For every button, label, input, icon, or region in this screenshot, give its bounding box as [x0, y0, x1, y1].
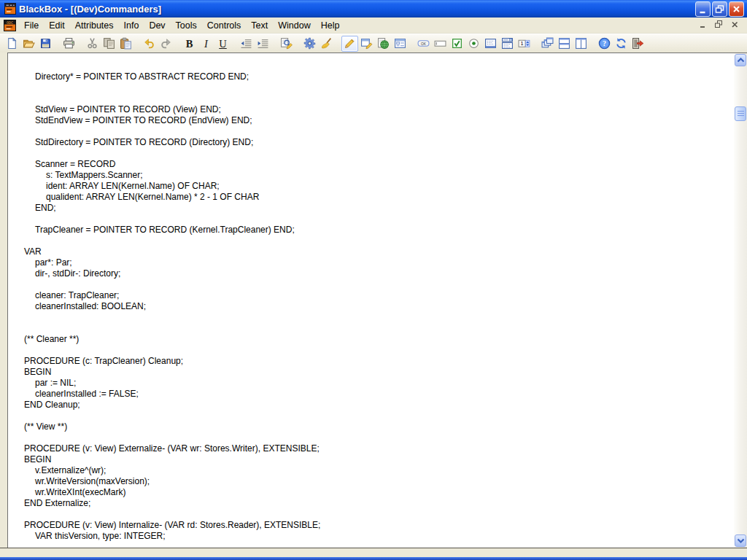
combobox-control-icon — [501, 37, 514, 50]
code-line — [24, 93, 728, 104]
outdent-button[interactable] — [238, 36, 255, 52]
menu-item-file[interactable]: File — [19, 18, 44, 33]
listbox-control-icon — [484, 37, 497, 50]
form-fields-button[interactable] — [392, 36, 409, 52]
toolbar: BIUOK1? — [0, 34, 747, 52]
document-text: Directory* = POINTER TO ABSTRACT RECORD … — [8, 53, 734, 542]
code-line: wr.WriteVersion(maxVersion); — [24, 476, 728, 487]
print-icon — [63, 37, 75, 50]
menu-item-tools[interactable]: Tools — [171, 18, 202, 33]
refresh-icon — [615, 37, 627, 50]
menu-item-window[interactable]: Window — [273, 18, 315, 33]
refresh-button[interactable] — [613, 36, 630, 52]
open-folder-icon — [23, 37, 35, 50]
form-edit-icon — [360, 37, 373, 50]
tile-horizontal-button[interactable] — [556, 36, 573, 52]
menu-item-help[interactable]: Help — [316, 18, 345, 33]
tile-horizontal-icon — [558, 37, 570, 50]
code-line: cleanerInstalled: BOOLEAN; — [24, 301, 728, 312]
scroll-down-button[interactable] — [735, 534, 746, 547]
document-editor[interactable]: Directory* = POINTER TO ABSTRACT RECORD … — [7, 52, 734, 548]
browse-globe-button[interactable] — [375, 36, 392, 52]
open-folder-button[interactable] — [20, 36, 37, 52]
menu-item-info[interactable]: Info — [119, 18, 144, 33]
combobox-control-button[interactable] — [499, 36, 516, 52]
vertical-scrollbar[interactable] — [734, 52, 747, 548]
listbox-control-button[interactable] — [482, 36, 499, 52]
tile-vertical-button[interactable] — [573, 36, 589, 52]
bold-button[interactable]: B — [181, 36, 198, 52]
text-field-control-button[interactable] — [432, 36, 449, 52]
code-line: PROCEDURE (v: View) Internalize- (VAR rd… — [24, 520, 728, 531]
ok-button-control-button[interactable]: OK — [415, 36, 432, 52]
menu-item-text[interactable]: Text — [246, 18, 273, 33]
stepper-control-button[interactable]: 1 — [516, 36, 533, 52]
save-button[interactable] — [37, 36, 54, 52]
mdi-minimize-button[interactable] — [697, 19, 709, 30]
stepper-control-icon: 1 — [518, 37, 530, 50]
text-field-control-icon — [434, 37, 446, 50]
menu-item-controls[interactable]: Controls — [202, 18, 247, 33]
edit-pencil-button[interactable] — [341, 36, 358, 52]
mdi-close-button[interactable] — [729, 19, 741, 30]
find-replace-button[interactable] — [278, 36, 295, 52]
cut-button[interactable] — [84, 36, 101, 52]
code-line: VAR — [24, 246, 728, 257]
code-line — [24, 279, 728, 290]
print-button[interactable] — [61, 36, 77, 52]
toolbar-separator — [589, 36, 596, 52]
scrollbar-track[interactable] — [734, 67, 747, 534]
close-button[interactable] — [729, 1, 744, 17]
paste-icon — [120, 37, 132, 50]
code-line: cleaner: TrapCleaner; — [24, 290, 728, 301]
redo-button[interactable] — [158, 36, 174, 52]
code-line — [24, 312, 728, 323]
help-icon: ? — [598, 37, 611, 50]
minimize-button[interactable] — [695, 1, 711, 17]
toolbar-separator — [409, 36, 415, 52]
code-line: ident: ARRAY LEN(Kernel.Name) OF CHAR; — [24, 181, 728, 192]
menu-item-attributes[interactable]: Attributes — [70, 18, 119, 33]
indent-button[interactable] — [255, 36, 271, 52]
toolbar-separator — [533, 36, 539, 52]
code-line — [24, 148, 728, 159]
code-line — [24, 214, 728, 225]
code-line: VAR thisVersion, type: INTEGER; — [24, 531, 728, 542]
window-controls — [695, 1, 744, 17]
checkbox-control-button[interactable] — [449, 36, 465, 52]
cascade-windows-button[interactable] — [539, 36, 556, 52]
mdi-restore-button[interactable] — [713, 19, 725, 30]
svg-text:?: ? — [603, 39, 606, 47]
title-bar: BlackBox - [(Dev)Commanders] — [0, 0, 747, 18]
radio-control-button[interactable] — [465, 36, 482, 52]
code-line — [24, 323, 728, 334]
form-fields-icon — [394, 37, 406, 50]
toolbar-separator — [174, 36, 181, 52]
menu-item-edit[interactable]: Edit — [44, 18, 70, 33]
toolbar-separator — [335, 36, 341, 52]
mdi-window-controls — [697, 19, 741, 30]
restore-button[interactable] — [712, 1, 727, 17]
help-button[interactable]: ? — [596, 36, 613, 52]
scroll-up-button[interactable] — [735, 54, 746, 66]
edit-pencil-icon — [344, 37, 356, 50]
form-edit-button[interactable] — [358, 36, 375, 52]
undo-button[interactable] — [141, 36, 158, 52]
italic-button[interactable]: I — [198, 36, 214, 52]
copy-button[interactable] — [101, 36, 117, 52]
menu-items: FileEditAttributesInfoDevToolsControlsTe… — [19, 18, 344, 33]
code-line: dir-, stdDir-: Directory; — [24, 268, 728, 279]
toolbar-separator — [271, 36, 278, 52]
code-line: (** Cleaner **) — [24, 334, 728, 345]
toolbar-separator — [77, 36, 84, 52]
scrollbar-thumb[interactable] — [735, 106, 746, 121]
menu-item-dev[interactable]: Dev — [144, 18, 170, 33]
exit-icon — [632, 37, 644, 50]
underline-button[interactable]: U — [214, 36, 231, 52]
paste-button[interactable] — [117, 36, 134, 52]
compile-gear-button[interactable] — [301, 36, 318, 52]
new-document-button[interactable] — [4, 36, 20, 52]
cleanup-broom-button[interactable] — [318, 36, 335, 52]
exit-button[interactable] — [630, 36, 646, 52]
code-line: PROCEDURE (v: View) Externalize- (VAR wr… — [24, 443, 728, 454]
